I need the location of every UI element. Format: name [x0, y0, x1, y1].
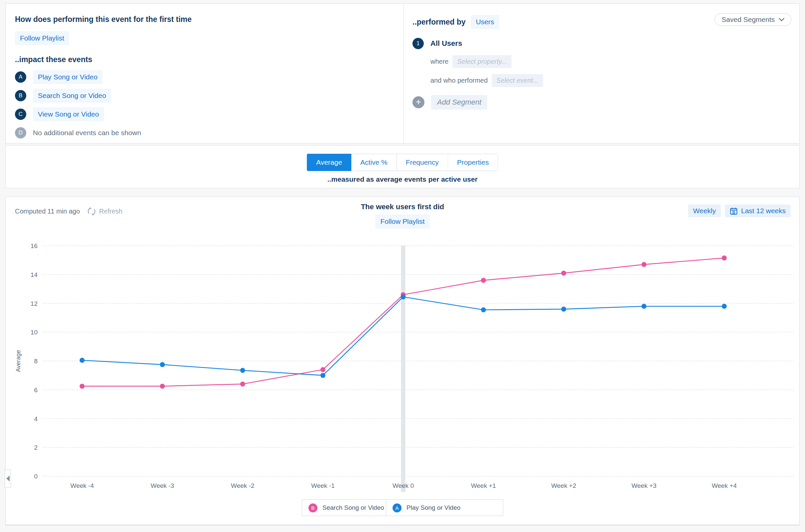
saved-segments-label: Saved Segments — [721, 16, 775, 23]
y-axis-tick-10: 10 — [31, 329, 38, 336]
x-axis-tick-week-1: Week +1 — [471, 482, 496, 489]
add-segment-button[interactable]: Add Segment — [431, 95, 487, 110]
y-axis-tick-14: 14 — [31, 271, 38, 278]
trend-chart-panel: Computed 11 min ago Refresh The week use… — [5, 196, 800, 525]
x-axis-tick-week-2: Week -2 — [231, 482, 254, 489]
legend-series-badge-a: A — [392, 504, 402, 512]
plus-icon[interactable]: + — [413, 96, 424, 108]
y-axis-tick-8: 8 — [34, 358, 38, 365]
x-axis-tick-week-3: Week +3 — [632, 482, 656, 489]
impact-event-label-b[interactable]: Search Song or Video — [33, 89, 111, 102]
data-point-a-week-0[interactable] — [401, 294, 406, 299]
x-axis-tick-week-1: Week -1 — [311, 482, 334, 489]
impact-event-label-a[interactable]: Play Song or Video — [33, 70, 103, 84]
event-key-badge-a: A — [15, 71, 26, 83]
impact-event-row-d: DNo additional events can be shown — [15, 127, 403, 138]
y-axis-tick-0: 0 — [34, 473, 38, 480]
x-axis-tick-week-4: Week +4 — [712, 482, 737, 489]
data-point-a-week-2[interactable] — [240, 368, 245, 373]
data-point-b-week-2[interactable] — [561, 271, 566, 276]
chevron-down-icon — [779, 18, 784, 22]
segment-name: All Users — [431, 39, 462, 48]
data-point-b-week-4[interactable] — [722, 255, 727, 260]
performed-by-entity-chip[interactable]: Users — [471, 15, 499, 29]
select-property-input[interactable]: Select property... — [452, 55, 512, 68]
tab-frequency[interactable]: Frequency — [397, 154, 448, 171]
x-axis-tick-week-2: Week +2 — [551, 482, 576, 489]
measure-tab-group: AverageActive %FrequencyProperties — [307, 154, 498, 171]
impact-event-label-c[interactable]: View Song or Video — [33, 107, 104, 121]
impact-event-row-a: APlay Song or Video — [15, 71, 403, 83]
event-key-badge-c: C — [15, 109, 26, 120]
data-point-a-week-2[interactable] — [561, 306, 566, 311]
who-performed-label: and who performed — [431, 77, 488, 84]
data-point-a-week-3[interactable] — [641, 304, 646, 309]
tab-average[interactable]: Average — [307, 154, 351, 171]
data-point-b-week-3[interactable] — [641, 262, 646, 267]
legend-series-label-a: Play Song or Video — [406, 504, 460, 511]
data-point-a-week-1[interactable] — [481, 307, 486, 312]
legend-item-play-song-or-video[interactable]: APlay Song or Video — [386, 500, 503, 516]
segments-section: ..performed by Users 1 All Users where S… — [403, 4, 799, 143]
impact-event-row-c: CView Song or Video — [15, 108, 403, 120]
legend-series-label-b: Search Song or Video — [323, 504, 384, 511]
y-axis-tick-16: 16 — [31, 243, 38, 249]
x-axis-tick-week-0: Week 0 — [392, 482, 414, 489]
impact-event-label-d: No additional events can be shown — [33, 129, 141, 137]
data-point-b-week-2[interactable] — [240, 382, 245, 386]
impact-event-list: APlay Song or VideoBSearch Song or Video… — [15, 71, 403, 138]
event-key-badge-b: B — [15, 90, 26, 101]
anchor-event-chip[interactable]: Follow Playlist — [15, 31, 69, 45]
tab-active[interactable]: Active % — [351, 154, 397, 171]
select-event-input[interactable]: Select event... — [492, 74, 543, 87]
y-axis-tick-12: 12 — [31, 300, 38, 307]
saved-segments-dropdown[interactable]: Saved Segments — [715, 13, 791, 26]
y-axis-label: Average — [15, 350, 22, 372]
impact-question-section: How does performing this event for the f… — [6, 4, 403, 143]
collapse-chart-handle[interactable] — [5, 469, 11, 488]
data-point-a-week-4[interactable] — [80, 358, 85, 363]
data-point-b-week-4[interactable] — [80, 383, 85, 388]
legend-item-search-song-or-video[interactable]: BSearch Song or Video — [302, 500, 386, 516]
segment-number-badge: 1 — [413, 38, 424, 49]
x-axis-tick-week-3: Week -3 — [150, 482, 174, 489]
week-zero-band — [401, 245, 405, 492]
performed-by-label: ..performed by — [413, 18, 465, 26]
impact-event-row-b: BSearch Song or Video — [15, 90, 403, 101]
collapse-left-icon — [6, 476, 10, 481]
measure-panel: AverageActive %FrequencyProperties ..mea… — [5, 145, 800, 188]
data-point-a-week-1[interactable] — [321, 373, 325, 378]
where-label: where — [431, 58, 449, 65]
y-axis-tick-4: 4 — [34, 415, 38, 422]
data-point-a-week-3[interactable] — [160, 362, 165, 367]
question-title: How does performing this event for the f… — [15, 15, 403, 24]
data-point-b-week-3[interactable] — [160, 383, 165, 388]
legend-series-badge-b: B — [308, 504, 317, 512]
x-axis-tick-week-4: Week -4 — [71, 482, 94, 489]
event-key-badge-d: D — [15, 127, 26, 138]
trend-chart: 0246810121416AverageWeek -4Week -3Week -… — [6, 197, 799, 525]
data-point-a-week-4[interactable] — [722, 304, 727, 309]
chart-legend: BSearch Song or VideoAPlay Song or Video — [302, 499, 503, 516]
impact-setup-panel: How does performing this event for the f… — [5, 3, 800, 144]
tab-properties[interactable]: Properties — [448, 154, 498, 171]
y-axis-tick-6: 6 — [34, 386, 38, 394]
measure-caption: ..measured as average events per active … — [6, 175, 799, 183]
y-axis-tick-2: 2 — [34, 444, 38, 451]
data-point-b-week-1[interactable] — [481, 278, 486, 283]
data-point-b-week-1[interactable] — [321, 367, 325, 372]
impact-events-title: ..impact these events — [15, 55, 403, 64]
